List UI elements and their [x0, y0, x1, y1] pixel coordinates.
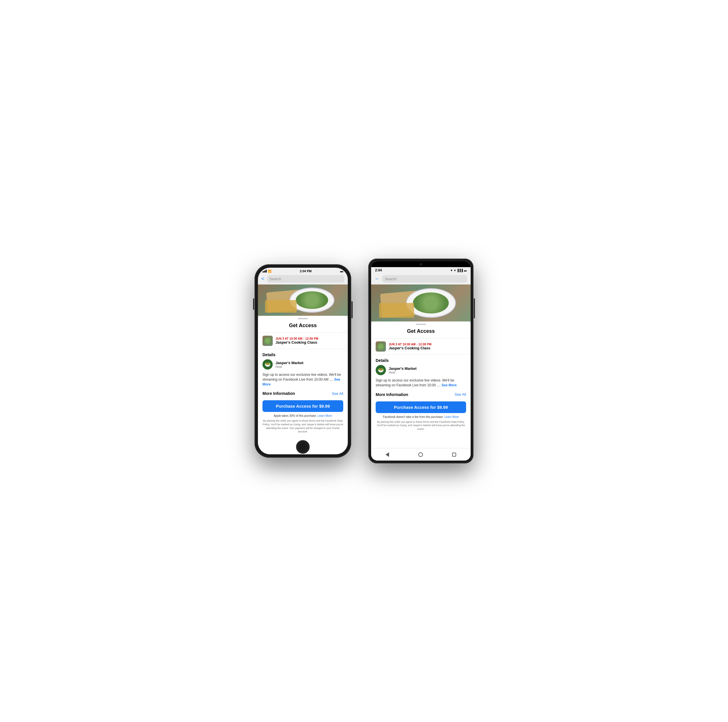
android-nav-bar — [371, 448, 471, 461]
android-host-avatar: 🥗 — [376, 365, 386, 375]
ios-host-info: Jasper's Market Host — [275, 361, 303, 368]
ios-more-info-row: More Information See All — [258, 388, 348, 399]
ios-event-date: JUN 3 AT 10:00 AM - 12:00 PM — [275, 337, 318, 340]
android-battery-icon: ▬ — [464, 269, 466, 272]
android-top — [371, 261, 471, 267]
android-terms: By placing this order you agree to these… — [371, 420, 471, 434]
ios-details-label: Details — [258, 353, 348, 359]
ios-status-left: 📶 — [263, 270, 271, 273]
android-device: 2:04 ▼ ▾ ▐▐▐ ▬ ← Search — [368, 259, 474, 463]
android-event-info: JUN 3 AT 10:00 AM - 12:00 PM Jasper's Co… — [389, 343, 431, 350]
iphone-device: 📶 2:04 PM ▬ < Search — [254, 264, 351, 458]
android-see-more[interactable]: See More — [441, 383, 456, 387]
android-sheet-title: Get Access — [371, 328, 471, 334]
back-arrow-icon[interactable]: < — [262, 276, 265, 282]
android-more-info-row: More Information See All — [371, 389, 471, 400]
ios-event-info: JUN 3 AT 10:00 AM - 12:00 PM Jasper's Co… — [275, 337, 318, 345]
ios-fee-note: Apple takes 30% of this purchase. Learn … — [258, 414, 348, 419]
android-plate-food — [413, 293, 449, 313]
android-host-info: Jasper's Market Host — [389, 366, 417, 374]
android-signal-icon: ▼ — [450, 269, 453, 272]
wifi-icon: 📶 — [268, 270, 271, 273]
ios-event-thumb — [263, 336, 273, 346]
food-image — [258, 285, 348, 316]
sheet-handle — [298, 318, 308, 319]
android-search-placeholder: Search — [385, 277, 396, 281]
ios-see-all[interactable]: See All — [332, 391, 343, 396]
ios-event-name: Jasper's Cooking Class — [275, 340, 318, 345]
ios-sheet-title: Get Access — [258, 323, 348, 328]
android-status-bar: 2:04 ▼ ▾ ▐▐▐ ▬ — [371, 267, 471, 273]
ios-host-avatar: 🥗 — [263, 359, 273, 369]
android-status-icons: ▼ ▾ ▐▐▐ ▬ — [450, 269, 466, 272]
android-chips — [379, 303, 414, 318]
ios-status-right: ▬ — [340, 270, 343, 273]
android-home-nav-icon[interactable] — [418, 452, 423, 457]
android-back-arrow-icon[interactable]: ← — [375, 276, 380, 282]
android-sheet-handle — [416, 324, 426, 325]
ios-more-info-label: More Information — [263, 391, 295, 396]
android-event-name: Jasper's Cooking Class — [389, 346, 431, 350]
android-event-thumb-inner — [377, 343, 384, 350]
android-screen: 2:04 ▼ ▾ ▐▐▐ ▬ ← Search — [371, 261, 471, 461]
ios-bottom-sheet: Get Access JUN 3 AT 10:00 AM - 12:00 PM … — [258, 316, 348, 454]
iphone-screen: 📶 2:04 PM ▬ < Search — [258, 268, 348, 454]
page-container: 📶 2:04 PM ▬ < Search — [254, 259, 474, 463]
android-food-image — [371, 285, 471, 322]
ios-host-row: 🥗 Jasper's Market Host — [258, 359, 348, 372]
android-event-thumb — [376, 341, 386, 352]
android-bottom-sheet: Get Access JUN 3 AT 10:00 AM - 12:00 PM … — [371, 322, 471, 448]
search-input[interactable]: Search — [267, 275, 344, 283]
signal-bar-3 — [265, 270, 266, 273]
android-search-bar: ← Search — [371, 273, 471, 285]
android-back-nav-icon[interactable] — [385, 452, 389, 457]
ios-search-bar: < Search — [258, 273, 348, 285]
signal-bar-4 — [266, 270, 267, 273]
android-bars-icon: ▐▐▐ — [457, 269, 463, 272]
chips — [265, 300, 297, 313]
android-learn-more[interactable]: Learn More — [444, 415, 459, 418]
battery-icon: ▬ — [340, 270, 343, 273]
signal-bar-2 — [264, 271, 265, 273]
android-search-input[interactable]: Search — [382, 275, 467, 283]
android-event-date: JUN 3 AT 10:00 AM - 12:00 PM — [389, 343, 431, 346]
ios-host-role: Host — [275, 365, 303, 368]
iphone-home-button[interactable] — [296, 440, 310, 454]
android-host-role: Host — [389, 371, 417, 374]
ios-status-bar: 📶 2:04 PM ▬ — [258, 268, 348, 273]
ios-learn-more[interactable]: Learn More — [317, 414, 332, 417]
search-placeholder: Search — [269, 277, 281, 281]
signal-bar-1 — [263, 271, 263, 273]
android-description: Sign up to access our exclusive live vid… — [371, 378, 471, 389]
signal-bars-icon — [263, 270, 267, 273]
android-host-name: Jasper's Market — [389, 366, 417, 371]
android-details-label: Details — [371, 358, 471, 365]
ios-event-thumb-inner — [264, 337, 271, 344]
android-recents-nav-icon[interactable] — [452, 452, 456, 457]
android-fee-note: Facebook doesn't take a fee from this pu… — [371, 415, 471, 420]
android-purchase-button[interactable]: Purchase Access for $9.99 — [376, 402, 466, 413]
android-wifi-icon: ▾ — [454, 269, 456, 272]
android-more-info-label: More Information — [376, 392, 408, 397]
android-event-row: JUN 3 AT 10:00 AM - 12:00 PM Jasper's Co… — [371, 338, 471, 355]
android-host-row: 🥗 Jasper's Market Host — [371, 365, 471, 378]
android-see-all[interactable]: See All — [455, 392, 466, 397]
android-time: 2:04 — [375, 268, 382, 272]
ios-event-row: JUN 3 AT 10:00 AM - 12:00 PM Jasper's Co… — [258, 333, 348, 349]
ios-purchase-button[interactable]: Purchase Access for $9.99 — [263, 400, 343, 412]
ios-host-name: Jasper's Market — [275, 361, 303, 365]
ios-terms: By placing this order you agree to these… — [258, 419, 348, 437]
plate-food — [296, 291, 328, 309]
ios-time: 2:04 PM — [300, 270, 312, 273]
android-camera — [420, 263, 422, 265]
ios-description: Sign up to access our exclusive live vid… — [258, 372, 348, 388]
